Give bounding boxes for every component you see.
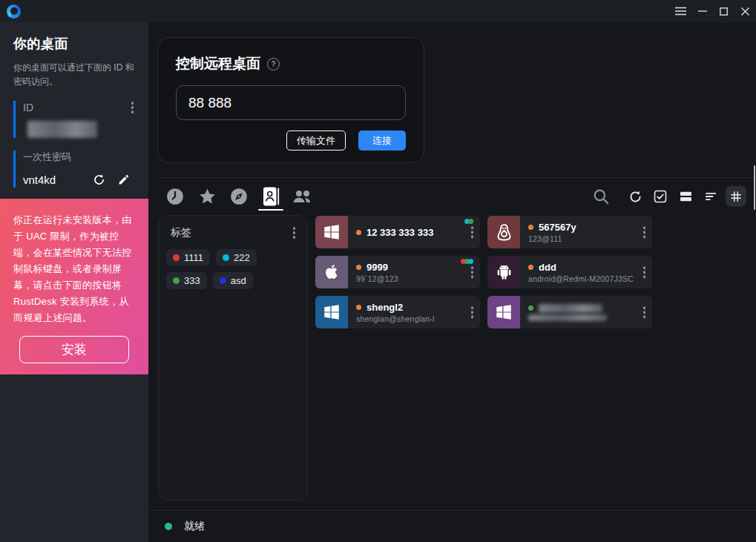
tag-color-dot — [220, 277, 226, 284]
rustdesk-logo-icon — [7, 4, 21, 19]
peer-card[interactable]: 12 333 333 333 — [315, 216, 480, 248]
peer-body: 999999`12@123 — [348, 256, 398, 288]
peer-menu-icon[interactable] — [470, 305, 476, 320]
peer-status-dot — [528, 265, 533, 270]
status-bar: 就绪 — [148, 510, 756, 542]
peer-card[interactable]: 999999`12@123 — [315, 256, 480, 288]
platform-windows-icon — [315, 216, 348, 248]
control-remote-desktop-title: 控制远程桌面 — [176, 54, 260, 73]
peer-body: shengl2shenglan@shenglan-l — [348, 296, 435, 328]
tag-label: asd — [231, 275, 246, 286]
id-label: ID — [23, 102, 33, 113]
peer-name: 12 333 333 333 — [367, 227, 433, 238]
peer-info: 99`12@123 — [356, 274, 398, 283]
toolbar-actions — [591, 186, 746, 207]
edit-password-icon[interactable] — [117, 173, 131, 187]
tab-recent-sessions[interactable] — [164, 182, 186, 211]
select-icon[interactable] — [650, 186, 671, 207]
peer-name: 567567y — [539, 222, 576, 233]
peer-name: shengl2 — [367, 302, 403, 313]
tag-chip[interactable]: 333 — [166, 272, 207, 289]
peer-status-dot — [356, 230, 361, 235]
menu-icon[interactable] — [670, 0, 691, 22]
window-controls — [670, 0, 756, 22]
tab-discovered[interactable] — [228, 182, 250, 211]
status-dot — [165, 523, 172, 530]
peer-status-dot — [528, 225, 533, 230]
peer-body — [520, 296, 607, 328]
close-button[interactable] — [734, 0, 756, 22]
tag-chip[interactable]: asd — [213, 272, 253, 289]
minimize-button[interactable] — [691, 0, 713, 22]
uac-warning-text: 你正在运行未安装版本，由于 UAC 限制，作为被控端，会在某些情况下无法控制鼠标… — [13, 212, 135, 326]
peer-menu-icon[interactable] — [642, 305, 648, 320]
peer-info: shenglan@shenglan-l — [356, 314, 435, 323]
peer-card[interactable] — [487, 296, 652, 328]
tab-favorites[interactable] — [196, 182, 218, 211]
regenerate-password-icon[interactable] — [92, 173, 106, 187]
tag-color-dot — [173, 277, 180, 284]
sidebar: 你的桌面 你的桌面可以通过下面的 ID 和密码访问。 ID 一次性密码 vnt4… — [0, 22, 148, 542]
tag-chip[interactable]: 222 — [216, 249, 257, 266]
password-value: vnt4kd — [23, 173, 56, 186]
peer-status-dot — [356, 305, 361, 310]
status-label: 就绪 — [184, 520, 205, 533]
peer-menu-icon[interactable] — [470, 225, 476, 239]
refresh-icon[interactable] — [625, 186, 645, 207]
peer-body: 567567y123@111 — [520, 216, 576, 248]
search-icon[interactable] — [591, 186, 611, 207]
peer-info: android@Redmi-M2007J3SC — [528, 274, 634, 283]
connect-card: 控制远程桌面 ? 传输文件 连接 — [157, 37, 424, 163]
main-area: 控制远程桌面 ? 传输文件 连接 标签 1111222333asd 12 333… — [148, 22, 756, 542]
desktop-id-block: ID — [13, 101, 135, 138]
tags-menu-icon[interactable] — [292, 225, 298, 240]
tab-address-book[interactable] — [260, 182, 282, 211]
peer-status-dot — [528, 305, 533, 311]
scrollbar-thumb[interactable] — [754, 165, 755, 210]
peer-card[interactable]: dddandroid@Redmi-M2007J3SC — [487, 256, 652, 288]
peer-menu-icon[interactable] — [470, 265, 476, 280]
tag-chip[interactable]: 1111 — [166, 249, 210, 266]
peer-tag-dots — [466, 219, 473, 224]
peer-card[interactable]: shengl2shenglan@shenglan-l — [315, 296, 480, 328]
peer-toolbar — [148, 181, 756, 212]
tags-title: 标签 — [171, 226, 191, 239]
toolbar-divider — [158, 177, 756, 178]
your-desktop-title: 你的桌面 — [13, 35, 135, 53]
peer-status-dot — [356, 265, 361, 270]
help-icon[interactable]: ? — [267, 58, 280, 70]
maximize-button[interactable] — [713, 0, 734, 22]
tag-label: 333 — [184, 275, 200, 286]
view-grid-icon[interactable] — [726, 186, 746, 207]
peer-info: 123@111 — [528, 234, 576, 243]
peer-name: 9999 — [367, 262, 388, 273]
tag-list: 1111222333asd — [166, 249, 300, 289]
install-button[interactable]: 安装 — [19, 336, 129, 363]
peer-menu-icon[interactable] — [642, 225, 648, 239]
one-time-password-block: 一次性密码 vnt4kd — [13, 151, 135, 188]
tag-label: 1111 — [184, 252, 203, 263]
id-menu-icon[interactable] — [130, 100, 136, 115]
peer-tag-dots — [462, 259, 473, 264]
peer-body: 12 333 333 333 — [348, 216, 433, 248]
peer-card[interactable]: 567567y123@111 — [487, 216, 652, 248]
sort-icon[interactable] — [700, 186, 721, 207]
platform-linux-icon — [487, 216, 520, 248]
tab-group[interactable] — [292, 182, 314, 211]
rustdesk-window: { "accent_colors": { "blue": "#0071ff", … — [0, 0, 756, 542]
peer-grid: 12 333 333 333567567y123@111999999`12@12… — [315, 216, 654, 328]
title-bar — [0, 0, 756, 22]
tag-color-dot — [173, 254, 180, 261]
desktop-id-redacted — [27, 121, 97, 138]
platform-windows-icon — [487, 296, 520, 328]
peer-menu-icon[interactable] — [642, 265, 648, 280]
peer-info-redacted — [528, 314, 607, 321]
remote-id-input[interactable] — [176, 85, 406, 120]
tag-label: 222 — [234, 252, 250, 263]
view-list-icon[interactable] — [675, 186, 696, 207]
connect-button[interactable]: 连接 — [358, 130, 406, 151]
peer-name-redacted — [539, 304, 602, 313]
tags-panel: 标签 1111222333asd — [158, 215, 308, 500]
transfer-file-button[interactable]: 传输文件 — [286, 130, 346, 151]
desktop-description: 你的桌面可以通过下面的 ID 和密码访问。 — [13, 61, 135, 88]
